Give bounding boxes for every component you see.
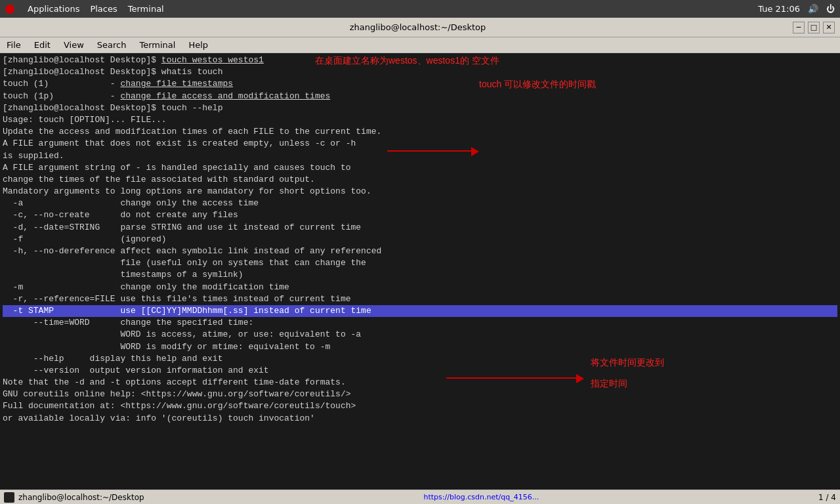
status-url: https://blog.csdn.net/qq_4156... bbox=[424, 493, 539, 501]
term-line: timestamps of a symlink) bbox=[3, 269, 837, 281]
menu-help[interactable]: Help bbox=[182, 39, 215, 51]
terminal-small-icon bbox=[4, 492, 14, 503]
term-line: --version output version information and… bbox=[3, 365, 837, 377]
term-line: -a change only the access time bbox=[3, 198, 837, 209]
minimize-button[interactable]: ─ bbox=[793, 22, 805, 33]
close-button[interactable]: ✕ bbox=[823, 22, 835, 33]
term-line: WORD is access, atime, or use: equivalen… bbox=[3, 329, 837, 341]
term-line: touch (1p) - change file access and modi… bbox=[3, 91, 837, 102]
term-line: Update the access and modification times… bbox=[3, 126, 837, 138]
power-icon[interactable]: ⏻ bbox=[826, 4, 835, 14]
term-line: Mandatory arguments to long options are … bbox=[3, 186, 837, 198]
menu-file[interactable]: File bbox=[0, 39, 28, 51]
term-line: -r, --reference=FILE use this file's tim… bbox=[3, 293, 837, 305]
system-bar-left: Applications Places Terminal bbox=[5, 4, 164, 14]
term-line: A FILE argument that does not exist is c… bbox=[3, 138, 837, 150]
status-bar: zhanglibo@localhost:~/Desktop https://bl… bbox=[0, 490, 840, 504]
volume-icon[interactable]: 🔊 bbox=[808, 4, 818, 14]
term-line: A FILE argument string of - is handled s… bbox=[3, 162, 837, 174]
term-line: -m change only the modification time bbox=[3, 282, 837, 293]
terminal-content[interactable]: 在桌面建立名称为westos、westos1的 空文件 touch 可以修改文件… bbox=[0, 53, 840, 490]
menu-edit[interactable]: Edit bbox=[28, 39, 57, 51]
term-line: -c, --no-create do not create any files bbox=[3, 209, 837, 221]
terminal-window: zhanglibo@localhost:~/Desktop ─ □ ✕ File… bbox=[0, 18, 840, 504]
term-line: --help display this help and exit bbox=[3, 353, 837, 365]
term-line: touch (1) - change file timestamps bbox=[3, 78, 837, 90]
title-controls[interactable]: ─ □ ✕ bbox=[791, 22, 835, 33]
term-line: GNU coreutils online help: <https://www.… bbox=[3, 388, 837, 400]
term-line: is supplied. bbox=[3, 150, 837, 162]
status-left: zhanglibo@localhost:~/Desktop bbox=[4, 492, 144, 503]
status-path: zhanglibo@localhost:~/Desktop bbox=[18, 493, 144, 502]
system-bar: Applications Places Terminal Tue 21:06 🔊… bbox=[0, 0, 840, 18]
clock: Tue 21:06 bbox=[758, 4, 800, 14]
status-page: 1 / 4 bbox=[818, 493, 836, 502]
term-line: -t STAMP use [[CC]YY]MMDDhhmm[.ss] inste… bbox=[3, 305, 837, 317]
term-line: file (useful only on systems that can ch… bbox=[3, 257, 837, 269]
terminal-menu[interactable]: Terminal bbox=[128, 4, 164, 14]
window-title: zhanglibo@localhost:~/Desktop bbox=[45, 22, 791, 32]
term-line: [zhanglibo@localhost Desktop]$ whatis to… bbox=[3, 66, 837, 78]
term-line: -h, --no-dereference affect each symboli… bbox=[3, 245, 837, 257]
term-line: [zhanglibo@localhost Desktop]$ touch wes… bbox=[3, 54, 837, 66]
applications-menu[interactable]: Applications bbox=[28, 4, 79, 14]
menu-terminal[interactable]: Terminal bbox=[133, 39, 182, 51]
term-line: --time=WORD change the specified time: bbox=[3, 317, 837, 329]
term-line: [zhanglibo@localhost Desktop]$ touch --h… bbox=[3, 102, 837, 114]
term-line: Full documentation at: <https://www.gnu.… bbox=[3, 400, 837, 412]
term-line: or available locally via: info '(coreuti… bbox=[3, 413, 837, 425]
system-bar-right: Tue 21:06 🔊 ⏻ bbox=[758, 4, 835, 14]
term-line: change the times of the file associated … bbox=[3, 174, 837, 186]
fedora-logo-icon bbox=[5, 5, 14, 14]
term-line: Note that the -d and -t options accept d… bbox=[3, 377, 837, 388]
places-menu[interactable]: Places bbox=[90, 4, 117, 14]
term-line: WORD is modify or mtime: equivalent to -… bbox=[3, 341, 837, 353]
term-line: -d, --date=STRING parse STRING and use i… bbox=[3, 222, 837, 234]
term-line: Usage: touch [OPTION]... FILE... bbox=[3, 114, 837, 126]
title-bar: zhanglibo@localhost:~/Desktop ─ □ ✕ bbox=[0, 18, 840, 37]
term-line: -f (ignored) bbox=[3, 234, 837, 245]
menu-view[interactable]: View bbox=[57, 39, 91, 51]
menu-bar: File Edit View Search Terminal Help bbox=[0, 37, 840, 53]
maximize-button[interactable]: □ bbox=[808, 22, 820, 33]
menu-search[interactable]: Search bbox=[91, 39, 133, 51]
